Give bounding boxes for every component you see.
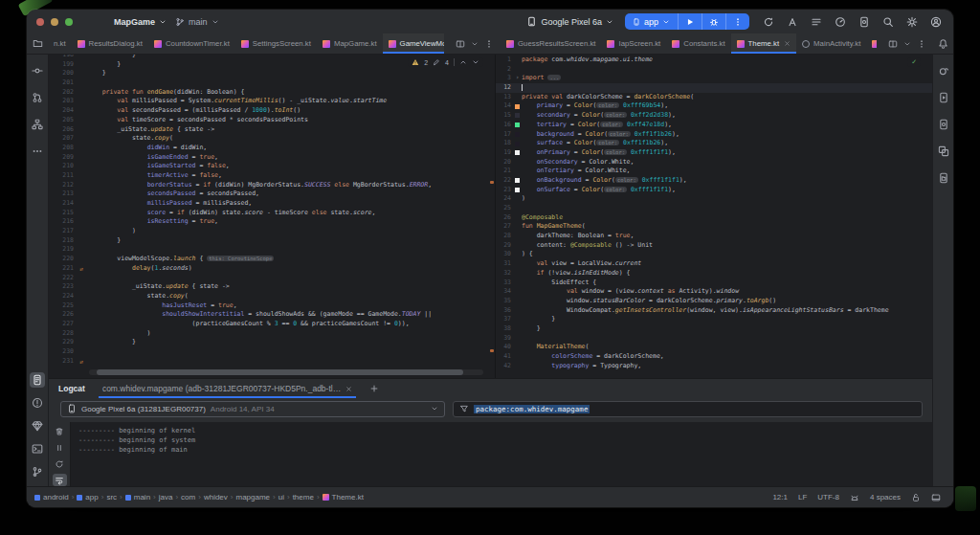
tab-GuessResultsScreen.kt[interactable]: GuessResultsScreen.kt	[501, 33, 601, 54]
line-number[interactable]: 14	[496, 101, 513, 111]
close-icon[interactable]	[345, 386, 352, 392]
code-text[interactable]: hasJustReset = true,	[87, 301, 495, 311]
line-number[interactable]: 219	[49, 245, 76, 255]
editor-right-pane[interactable]: ✓ 1package com.whidev.mapgame.ui.theme23…	[495, 55, 932, 378]
code-text[interactable]: val view = LocalView.current	[522, 259, 932, 269]
line-number[interactable]: 215	[49, 209, 76, 218]
line-number[interactable]: 32	[496, 269, 513, 279]
settings-icon[interactable]	[904, 14, 920, 30]
code-text[interactable]: _uiState.update { state ->	[87, 125, 495, 135]
color-preview-icon[interactable]	[515, 150, 520, 155]
line-number[interactable]: 210	[49, 162, 76, 171]
device-manager-icon[interactable]	[936, 117, 951, 132]
code-text[interactable]: _uiState.update { state ->	[87, 282, 495, 292]
code-text[interactable]	[87, 347, 495, 357]
code-text[interactable]: val secondsPassed = (millisPassed / 1000…	[87, 106, 495, 116]
line-number[interactable]: 23	[496, 186, 513, 195]
line-number[interactable]: 227	[49, 320, 76, 329]
new-logcat-tab-button[interactable]	[369, 384, 379, 393]
line-number[interactable]: 212	[49, 181, 76, 190]
logcat-output[interactable]: --------- beginning of kernel--------- b…	[71, 422, 932, 486]
line-number[interactable]: 223	[49, 282, 76, 292]
error-stripe-mark[interactable]	[490, 181, 494, 184]
breadcrumb-item[interactable]: src	[106, 493, 117, 502]
code-text[interactable]: darkTheme: Boolean = true,	[522, 232, 932, 241]
close-window-button[interactable]	[36, 18, 44, 26]
line-number[interactable]: 39	[496, 334, 513, 344]
code-text[interactable]	[522, 65, 932, 75]
line-number[interactable]: 18	[496, 139, 513, 148]
sync-project-icon[interactable]	[761, 14, 776, 30]
breadcrumb-item[interactable]: theme	[293, 493, 314, 502]
color-preview-icon[interactable]	[515, 132, 520, 137]
tab-MainActivity.kt[interactable]: MainActivity.kt	[796, 33, 866, 54]
line-number[interactable]: 208	[49, 144, 76, 153]
code-text[interactable]: shouldShowInterstitial = shouldShowAds &…	[87, 310, 495, 320]
clear-logcat-icon[interactable]	[53, 426, 67, 438]
code-text[interactable]: )	[87, 329, 495, 339]
breadcrumb-item[interactable]: whidev	[204, 493, 228, 502]
line-number[interactable]: 30	[496, 250, 513, 259]
line-number[interactable]: 29	[496, 241, 513, 251]
device-explorer-icon[interactable]	[936, 170, 951, 186]
line-number[interactable]: 28	[496, 232, 513, 241]
code-text[interactable]	[87, 245, 495, 255]
line-number[interactable]: 218	[49, 236, 76, 246]
line-number[interactable]: 207	[49, 134, 76, 144]
line-number[interactable]: 20	[496, 158, 513, 167]
line-number[interactable]: 199	[49, 60, 76, 70]
line-number[interactable]: 213	[49, 189, 76, 199]
code-text[interactable]: if (!view.isInEditMode) {	[522, 269, 932, 279]
tab-Theme.kt[interactable]: Theme.kt	[731, 33, 797, 54]
build-menu-icon[interactable]	[809, 14, 824, 30]
line-number[interactable]: 38	[496, 324, 513, 334]
problems-icon[interactable]	[30, 395, 45, 411]
code-text[interactable]: secondary = Color(color: 0xff2d2d38),	[522, 111, 932, 121]
soft-wrap-icon[interactable]	[53, 474, 67, 486]
chevron-down-icon[interactable]	[903, 40, 911, 48]
code-text[interactable]: didWin = didWin,	[87, 144, 495, 153]
line-number[interactable]: 37	[496, 315, 513, 324]
line-number[interactable]: 224	[49, 292, 76, 301]
line-number[interactable]: 41	[496, 352, 513, 362]
horizontal-scrollbar[interactable]	[89, 369, 483, 375]
line-number[interactable]: 13	[496, 93, 513, 102]
code-text[interactable]: onTertiary = Color.White,	[522, 167, 932, 176]
line-number[interactable]: 35	[496, 297, 513, 306]
color-preview-icon[interactable]	[515, 104, 520, 109]
code-text[interactable]: SideEffect {	[522, 279, 932, 288]
code-text[interactable]: import ...	[522, 74, 932, 83]
code-text[interactable]: viewModelScope.launch { this: CoroutineS…	[87, 255, 495, 264]
line-number[interactable]: 12	[496, 83, 513, 93]
breadcrumb-item[interactable]: java	[159, 493, 173, 502]
line-number[interactable]: 217	[49, 227, 76, 236]
color-preview-icon[interactable]	[515, 188, 520, 192]
line-number[interactable]: 206	[49, 125, 76, 135]
code-text[interactable]	[522, 334, 932, 344]
code-text[interactable]: )	[522, 194, 932, 204]
code-text[interactable]: window.statusBarColor = darkColorScheme.…	[522, 297, 932, 306]
indentation[interactable]: 4 spaces	[870, 493, 901, 502]
code-text[interactable]: score = if (didWin) state.score - timeSc…	[87, 209, 495, 218]
code-text[interactable]: val window = (view.context as Activity).…	[522, 287, 932, 297]
apply-changes-icon[interactable]	[785, 14, 800, 30]
more-vertical-icon[interactable]	[484, 39, 494, 49]
chevron-down-icon[interactable]	[471, 40, 479, 48]
encoding[interactable]: UTF-8	[817, 493, 839, 502]
line-number[interactable]: 228	[49, 329, 76, 339]
profiler-icon[interactable]	[833, 14, 848, 30]
line-number[interactable]: 22	[496, 176, 513, 186]
structure-icon[interactable]	[30, 117, 45, 132]
line-number[interactable]: 19	[496, 148, 513, 158]
line-number[interactable]: 16	[496, 121, 513, 130]
code-text[interactable]: state.copy(	[87, 292, 495, 301]
code-text[interactable]: ) {	[522, 250, 932, 259]
close-icon[interactable]	[784, 40, 791, 47]
code-text[interactable]: onBackground = Color(color: 0xfff1f1f1),	[522, 176, 932, 186]
line-number[interactable]: 231	[49, 357, 76, 367]
commit-icon[interactable]	[30, 63, 45, 78]
line-number[interactable]: 221	[49, 264, 76, 274]
line-number[interactable]: 202	[49, 88, 76, 98]
line-number[interactable]: 21	[496, 167, 513, 176]
line-ending[interactable]: LF	[798, 493, 807, 502]
